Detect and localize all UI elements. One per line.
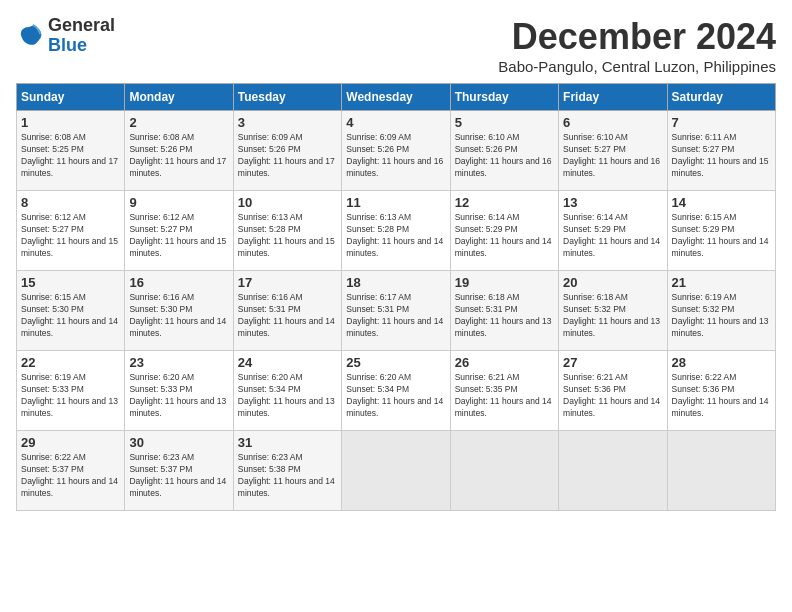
calendar-cell (342, 431, 450, 511)
day-number: 5 (455, 115, 554, 130)
day-number: 10 (238, 195, 337, 210)
calendar-cell: 14Sunrise: 6:15 AMSunset: 5:29 PMDayligh… (667, 191, 775, 271)
calendar-week-row: 8Sunrise: 6:12 AMSunset: 5:27 PMDaylight… (17, 191, 776, 271)
day-number: 26 (455, 355, 554, 370)
calendar-cell (667, 431, 775, 511)
day-info: Sunrise: 6:23 AMSunset: 5:38 PMDaylight:… (238, 452, 337, 500)
col-header-friday: Friday (559, 84, 667, 111)
day-info: Sunrise: 6:19 AMSunset: 5:32 PMDaylight:… (672, 292, 771, 340)
calendar-cell (450, 431, 558, 511)
calendar-header-row: SundayMondayTuesdayWednesdayThursdayFrid… (17, 84, 776, 111)
day-number: 14 (672, 195, 771, 210)
col-header-monday: Monday (125, 84, 233, 111)
calendar-cell: 20Sunrise: 6:18 AMSunset: 5:32 PMDayligh… (559, 271, 667, 351)
day-number: 13 (563, 195, 662, 210)
calendar-cell: 5Sunrise: 6:10 AMSunset: 5:26 PMDaylight… (450, 111, 558, 191)
calendar-cell: 28Sunrise: 6:22 AMSunset: 5:36 PMDayligh… (667, 351, 775, 431)
page-header: General Blue December 2024 Babo-Pangulo,… (16, 16, 776, 75)
calendar-cell: 11Sunrise: 6:13 AMSunset: 5:28 PMDayligh… (342, 191, 450, 271)
day-number: 2 (129, 115, 228, 130)
day-number: 31 (238, 435, 337, 450)
day-number: 20 (563, 275, 662, 290)
day-number: 4 (346, 115, 445, 130)
day-number: 3 (238, 115, 337, 130)
calendar-week-row: 29Sunrise: 6:22 AMSunset: 5:37 PMDayligh… (17, 431, 776, 511)
calendar-cell: 17Sunrise: 6:16 AMSunset: 5:31 PMDayligh… (233, 271, 341, 351)
day-info: Sunrise: 6:23 AMSunset: 5:37 PMDaylight:… (129, 452, 228, 500)
day-info: Sunrise: 6:14 AMSunset: 5:29 PMDaylight:… (563, 212, 662, 260)
calendar-cell: 9Sunrise: 6:12 AMSunset: 5:27 PMDaylight… (125, 191, 233, 271)
day-info: Sunrise: 6:17 AMSunset: 5:31 PMDaylight:… (346, 292, 445, 340)
day-number: 17 (238, 275, 337, 290)
calendar-cell: 18Sunrise: 6:17 AMSunset: 5:31 PMDayligh… (342, 271, 450, 351)
location-title: Babo-Pangulo, Central Luzon, Philippines (498, 58, 776, 75)
day-number: 28 (672, 355, 771, 370)
day-info: Sunrise: 6:09 AMSunset: 5:26 PMDaylight:… (238, 132, 337, 180)
day-number: 18 (346, 275, 445, 290)
calendar-cell: 3Sunrise: 6:09 AMSunset: 5:26 PMDaylight… (233, 111, 341, 191)
day-number: 1 (21, 115, 120, 130)
calendar-table: SundayMondayTuesdayWednesdayThursdayFrid… (16, 83, 776, 511)
day-number: 24 (238, 355, 337, 370)
calendar-cell: 10Sunrise: 6:13 AMSunset: 5:28 PMDayligh… (233, 191, 341, 271)
calendar-cell: 7Sunrise: 6:11 AMSunset: 5:27 PMDaylight… (667, 111, 775, 191)
day-number: 8 (21, 195, 120, 210)
day-info: Sunrise: 6:22 AMSunset: 5:37 PMDaylight:… (21, 452, 120, 500)
day-info: Sunrise: 6:21 AMSunset: 5:36 PMDaylight:… (563, 372, 662, 420)
day-number: 9 (129, 195, 228, 210)
logo-icon (16, 22, 44, 50)
calendar-cell: 24Sunrise: 6:20 AMSunset: 5:34 PMDayligh… (233, 351, 341, 431)
calendar-cell: 29Sunrise: 6:22 AMSunset: 5:37 PMDayligh… (17, 431, 125, 511)
day-info: Sunrise: 6:20 AMSunset: 5:34 PMDaylight:… (346, 372, 445, 420)
calendar-week-row: 1Sunrise: 6:08 AMSunset: 5:25 PMDaylight… (17, 111, 776, 191)
title-area: December 2024 Babo-Pangulo, Central Luzo… (498, 16, 776, 75)
day-info: Sunrise: 6:14 AMSunset: 5:29 PMDaylight:… (455, 212, 554, 260)
day-info: Sunrise: 6:20 AMSunset: 5:33 PMDaylight:… (129, 372, 228, 420)
calendar-cell: 6Sunrise: 6:10 AMSunset: 5:27 PMDaylight… (559, 111, 667, 191)
day-info: Sunrise: 6:16 AMSunset: 5:31 PMDaylight:… (238, 292, 337, 340)
month-title: December 2024 (498, 16, 776, 58)
calendar-cell: 27Sunrise: 6:21 AMSunset: 5:36 PMDayligh… (559, 351, 667, 431)
calendar-cell: 26Sunrise: 6:21 AMSunset: 5:35 PMDayligh… (450, 351, 558, 431)
calendar-cell: 12Sunrise: 6:14 AMSunset: 5:29 PMDayligh… (450, 191, 558, 271)
calendar-cell: 22Sunrise: 6:19 AMSunset: 5:33 PMDayligh… (17, 351, 125, 431)
day-info: Sunrise: 6:13 AMSunset: 5:28 PMDaylight:… (346, 212, 445, 260)
day-info: Sunrise: 6:09 AMSunset: 5:26 PMDaylight:… (346, 132, 445, 180)
calendar-cell: 13Sunrise: 6:14 AMSunset: 5:29 PMDayligh… (559, 191, 667, 271)
calendar-cell: 31Sunrise: 6:23 AMSunset: 5:38 PMDayligh… (233, 431, 341, 511)
day-info: Sunrise: 6:22 AMSunset: 5:36 PMDaylight:… (672, 372, 771, 420)
calendar-cell: 8Sunrise: 6:12 AMSunset: 5:27 PMDaylight… (17, 191, 125, 271)
calendar-week-row: 15Sunrise: 6:15 AMSunset: 5:30 PMDayligh… (17, 271, 776, 351)
day-info: Sunrise: 6:15 AMSunset: 5:29 PMDaylight:… (672, 212, 771, 260)
calendar-cell: 16Sunrise: 6:16 AMSunset: 5:30 PMDayligh… (125, 271, 233, 351)
day-number: 25 (346, 355, 445, 370)
day-number: 29 (21, 435, 120, 450)
calendar-cell: 4Sunrise: 6:09 AMSunset: 5:26 PMDaylight… (342, 111, 450, 191)
day-number: 30 (129, 435, 228, 450)
day-number: 15 (21, 275, 120, 290)
calendar-cell: 30Sunrise: 6:23 AMSunset: 5:37 PMDayligh… (125, 431, 233, 511)
calendar-cell: 2Sunrise: 6:08 AMSunset: 5:26 PMDaylight… (125, 111, 233, 191)
logo-text: General Blue (48, 16, 115, 56)
day-info: Sunrise: 6:19 AMSunset: 5:33 PMDaylight:… (21, 372, 120, 420)
day-number: 21 (672, 275, 771, 290)
day-info: Sunrise: 6:16 AMSunset: 5:30 PMDaylight:… (129, 292, 228, 340)
calendar-cell: 21Sunrise: 6:19 AMSunset: 5:32 PMDayligh… (667, 271, 775, 351)
calendar-body: 1Sunrise: 6:08 AMSunset: 5:25 PMDaylight… (17, 111, 776, 511)
day-number: 7 (672, 115, 771, 130)
calendar-cell: 23Sunrise: 6:20 AMSunset: 5:33 PMDayligh… (125, 351, 233, 431)
col-header-saturday: Saturday (667, 84, 775, 111)
day-info: Sunrise: 6:11 AMSunset: 5:27 PMDaylight:… (672, 132, 771, 180)
day-info: Sunrise: 6:10 AMSunset: 5:27 PMDaylight:… (563, 132, 662, 180)
day-info: Sunrise: 6:12 AMSunset: 5:27 PMDaylight:… (21, 212, 120, 260)
day-info: Sunrise: 6:08 AMSunset: 5:25 PMDaylight:… (21, 132, 120, 180)
day-number: 11 (346, 195, 445, 210)
col-header-thursday: Thursday (450, 84, 558, 111)
day-info: Sunrise: 6:10 AMSunset: 5:26 PMDaylight:… (455, 132, 554, 180)
day-number: 23 (129, 355, 228, 370)
calendar-week-row: 22Sunrise: 6:19 AMSunset: 5:33 PMDayligh… (17, 351, 776, 431)
day-number: 16 (129, 275, 228, 290)
calendar-cell: 15Sunrise: 6:15 AMSunset: 5:30 PMDayligh… (17, 271, 125, 351)
day-number: 19 (455, 275, 554, 290)
day-info: Sunrise: 6:12 AMSunset: 5:27 PMDaylight:… (129, 212, 228, 260)
